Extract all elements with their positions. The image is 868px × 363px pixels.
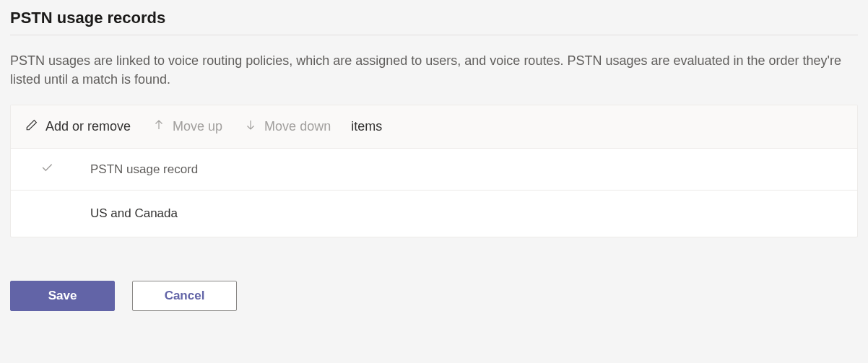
add-remove-label: Add or remove [45, 119, 131, 134]
checkmark-icon [40, 160, 54, 178]
add-remove-button[interactable]: Add or remove [24, 115, 132, 138]
cancel-button[interactable]: Cancel [132, 281, 237, 311]
move-up-button[interactable]: Move up [151, 115, 224, 138]
page-description: PSTN usages are linked to voice routing … [10, 51, 858, 89]
edit-icon [25, 118, 38, 135]
toolbar: Add or remove Move up Move down items [11, 105, 857, 149]
select-all-checkbox[interactable] [40, 160, 90, 178]
items-label: items [351, 119, 382, 134]
arrow-down-icon [244, 118, 257, 135]
move-up-label: Move up [173, 119, 222, 134]
move-down-button[interactable]: Move down [243, 115, 332, 138]
table-row[interactable]: US and Canada [11, 191, 857, 237]
page-title: PSTN usage records [10, 9, 858, 35]
records-panel: Add or remove Move up Move down items [10, 105, 858, 237]
row-name: US and Canada [90, 206, 844, 221]
save-button[interactable]: Save [10, 281, 115, 311]
column-header-name: PSTN usage record [90, 162, 844, 177]
table-header-row: PSTN usage record [11, 149, 857, 191]
move-down-label: Move down [264, 119, 331, 134]
arrow-up-icon [152, 118, 165, 135]
footer-actions: Save Cancel [10, 281, 858, 311]
